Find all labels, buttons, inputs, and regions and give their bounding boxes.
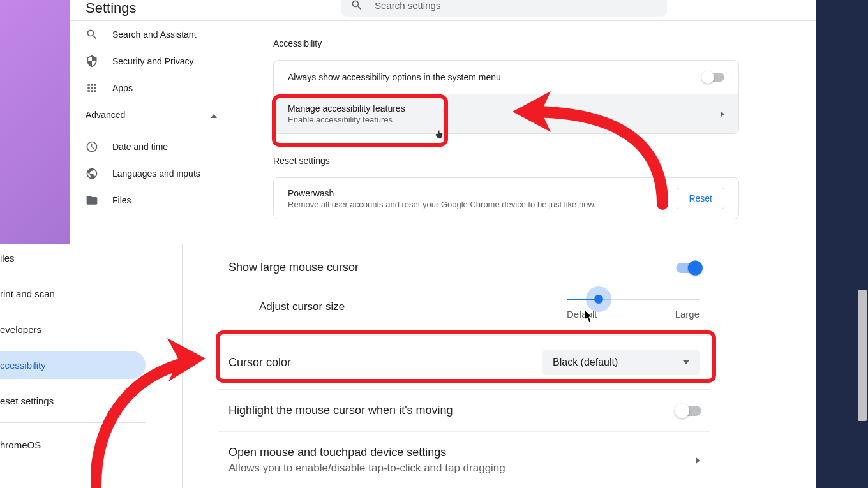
sidebar-item-files-b[interactable]: iles (0, 244, 146, 272)
background-gradient-left (0, 0, 77, 244)
vertical-divider (664, 187, 665, 210)
chevron-up-icon (211, 112, 217, 118)
globe-icon (86, 167, 98, 180)
slider-thumb[interactable] (594, 295, 603, 304)
always-show-label: Always show accessibility options in the… (288, 72, 501, 82)
manage-sub: Enable accessibility features (288, 115, 405, 124)
always-show-row[interactable]: Always show accessibility options in the… (274, 61, 738, 94)
sidebar-item-date-time[interactable]: Date and time (70, 133, 243, 160)
sidebar-bottom: iles rint and scan evelopers ccessibilit… (0, 244, 146, 459)
sidebar-label: Languages and inputs (112, 168, 200, 179)
accessibility-section-title: Accessibility (273, 38, 739, 48)
vertical-line (182, 244, 183, 488)
search-icon (86, 28, 98, 41)
adjust-size-row: Adjust cursor size Default Large (218, 288, 710, 335)
open-mouse-row[interactable]: Open mouse and touchpad device settings … (218, 431, 710, 488)
sidebar-item-security-privacy[interactable]: Security and Privacy (70, 48, 243, 75)
sidebar-item-accessibility-b[interactable]: ccessibility (0, 351, 146, 379)
cursor-color-value: Black (default) (553, 357, 618, 368)
reset-section-title: Reset settings (273, 156, 739, 166)
cursor-color-row: Cursor color Black (default) (218, 335, 710, 389)
mouse-pointer-icon (584, 309, 594, 323)
sidebar-item-reset-settings-b[interactable]: eset settings (0, 387, 146, 415)
slider-max-label: Large (675, 309, 700, 320)
settings-window-bottom: iles rint and scan evelopers ccessibilit… (0, 244, 816, 488)
accessibility-card: Always show accessibility options in the… (273, 60, 739, 134)
powerwash-sub: Remove all user accounts and reset your … (288, 200, 596, 209)
highlight-label: Highlight the mouse cursor when it's mov… (228, 404, 453, 417)
sidebar-label: Date and time (112, 142, 168, 152)
chevron-right-icon (721, 112, 724, 117)
cursor-color-dropdown[interactable]: Black (default) (542, 350, 700, 375)
adjust-size-label: Adjust cursor size (259, 300, 345, 313)
sidebar-item-search-assistant[interactable]: Search and Assistant (70, 21, 243, 48)
highlight-row[interactable]: Highlight the mouse cursor when it's mov… (218, 389, 710, 431)
large-cursor-row[interactable]: Show large mouse cursor (218, 244, 710, 288)
highlight-toggle[interactable] (676, 405, 701, 415)
manage-accessibility-row[interactable]: Manage accessibility features Enable acc… (274, 94, 738, 133)
sidebar-top: Search and Assistant Security and Privac… (70, 21, 243, 214)
large-cursor-label: Show large mouse cursor (228, 261, 359, 274)
sidebar-item-apps[interactable]: Apps (70, 75, 243, 101)
search-input[interactable]: Search settings (341, 0, 667, 17)
sidebar-item-developers[interactable]: evelopers (0, 315, 146, 343)
chevron-right-icon (696, 457, 700, 463)
cursor-color-label: Cursor color (228, 356, 291, 369)
advanced-label: Advanced (86, 110, 125, 120)
sidebar-item-files[interactable]: Files (70, 187, 243, 214)
open-mouse-sub: Allows you to enable/disable tap-to-clic… (228, 462, 505, 475)
chevron-down-icon (683, 360, 689, 364)
settings-window-top: Settings Search settings Search and Assi… (70, 0, 816, 244)
scrollbar-thumb[interactable] (858, 290, 867, 421)
sidebar-label: Search and Assistant (112, 29, 197, 40)
sidebar-label: Files (112, 195, 131, 205)
manage-title: Manage accessibility features (288, 103, 405, 114)
content-top: Accessibility Always show accessibility … (273, 38, 739, 241)
reset-button[interactable]: Reset (677, 188, 724, 209)
sidebar-advanced-toggle[interactable]: Advanced (70, 101, 243, 128)
page-title: Settings (86, 0, 137, 17)
sidebar-divider (0, 422, 146, 423)
powerwash-title: Powerwash (288, 188, 596, 198)
hand-cursor-icon (433, 126, 446, 141)
reset-card: Powerwash Remove all user accounts and r… (273, 177, 739, 219)
powerwash-row: Powerwash Remove all user accounts and r… (274, 178, 738, 219)
shield-icon (86, 55, 98, 68)
always-show-toggle[interactable] (703, 73, 724, 82)
open-mouse-title: Open mouse and touchpad device settings (228, 446, 505, 459)
sidebar-item-chromeos[interactable]: hromeOS (0, 431, 146, 459)
apps-icon (86, 82, 98, 94)
sidebar-label: Security and Privacy (112, 56, 194, 66)
clock-icon (86, 140, 98, 153)
search-icon (350, 0, 363, 11)
content-bottom: Show large mouse cursor Adjust cursor si… (218, 244, 710, 488)
search-placeholder: Search settings (375, 0, 440, 11)
large-cursor-toggle[interactable] (676, 262, 701, 272)
sidebar-label: Apps (112, 83, 133, 93)
sidebar-item-languages-inputs[interactable]: Languages and inputs (70, 160, 243, 187)
folder-icon (86, 194, 98, 207)
sidebar-item-print-scan[interactable]: rint and scan (0, 279, 146, 307)
